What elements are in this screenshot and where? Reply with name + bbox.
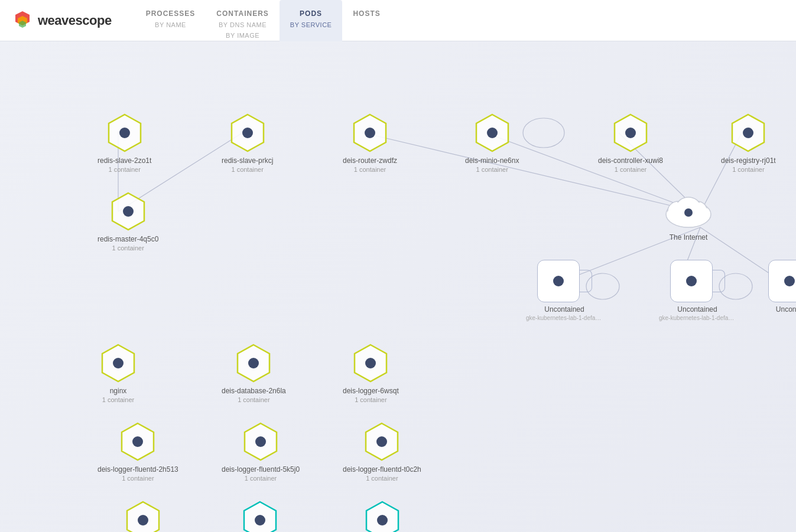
node-redis-master-4q5c0[interactable]: redis-master-4q5c0 1 container [98, 191, 158, 252]
uncontained-box-3 [768, 260, 796, 302]
svg-point-50 [376, 436, 387, 447]
node-uncontained-1[interactable]: Uncontained gke-kubernetes-lab-1-default… [526, 260, 603, 321]
header: weavescope PROCESSES BY NAME CONTAINERS … [0, 0, 796, 41]
node-sub-deis-logger-fluentd-5k5j0: 1 container [245, 475, 277, 482]
node-sub-redis-slave-2zo1t: 1 container [108, 166, 140, 173]
node-deis-registry-rj01[interactable]: deis-registry-rj01t 1 container [721, 112, 776, 173]
nav-pods[interactable]: PODS BY SERVICE [280, 0, 343, 41]
node-label-uncontained-3: Uncontained [776, 305, 796, 315]
hex-icon-redis-slave-prkcj [227, 112, 268, 154]
node-sub-uncontained-1: gke-kubernetes-lab-1-default-... [526, 315, 603, 321]
hex-icon-deis-logger-fluentd-t0c2h [361, 421, 402, 462]
node-sub-redis-slave-prkcj: 1 container [231, 166, 263, 173]
node-label-redis-slave-2zo1t: redis-slave-2zo1t [98, 156, 151, 166]
nav-containers[interactable]: CONTAINERS BY DNS NAME BY IMAGE [206, 0, 279, 41]
svg-point-38 [684, 208, 693, 217]
node-uncontained-2[interactable]: Uncontained gke-kubernetes-lab-1-default… [659, 260, 736, 321]
hex-icon-dockerbuild-guestbook-446 [122, 500, 164, 532]
svg-point-42 [248, 358, 259, 368]
node-deis-controller-xuwi8[interactable]: deis-controller-xuwi8 1 container [598, 112, 663, 173]
hex-icon-deis-minio-ne6nx [472, 112, 513, 154]
uncontained-box-1 [537, 260, 580, 302]
node-label-redis-master-4q5c0: redis-master-4q5c0 [98, 234, 158, 244]
hex-icon-redis-master-4q5c0 [108, 191, 149, 232]
node-label-deis-logger-fluentd-5k5j0: deis-logger-fluentd-5k5j0 [222, 465, 300, 475]
node-label-deis-registry-rj01: deis-registry-rj01t [721, 156, 776, 166]
node-sub-deis-minio-ne6nx: 1 container [476, 166, 508, 173]
node-the-internet[interactable]: The Internet [662, 192, 715, 243]
node-sub-redis-master-4q5c0: 1 container [112, 244, 144, 252]
node-label-redis-slave-prkcj: redis-slave-prkcj [222, 156, 273, 166]
node-uncontained-3[interactable]: Uncontained [768, 260, 796, 315]
svg-point-54 [255, 515, 265, 526]
uncontained-tail-1 [579, 270, 592, 292]
node-deis-router-zwdfz[interactable]: deis-router-zwdfz 1 container [343, 112, 397, 173]
node-nginx[interactable]: nginx 1 container [98, 342, 139, 403]
node-dockerbuild-guestbook-446[interactable]: dockerbuild-guestbook-446... 1 container [98, 500, 189, 532]
hex-icon-deis-logger-fluentd-5k5j0 [240, 421, 281, 462]
node-label-uncontained-1: Uncontained [544, 305, 584, 315]
node-label-deis-logger-fluentd-2h513: deis-logger-fluentd-2h513 [98, 465, 178, 475]
node-label-uncontained-2: Uncontained [677, 305, 717, 315]
node-label-deis-database-2n6la: deis-database-2n6la [222, 386, 286, 396]
hex-icon-deis-logger-fluentd-2h513 [117, 421, 158, 462]
node-guestbook2-v3-cmd-ovjfh[interactable]: guestbook2-v3-cmd-ovjfh 1 container [343, 500, 423, 532]
nav-processes[interactable]: PROCESSES BY NAME [135, 0, 206, 41]
hex-icon-guestbook-v3-cmd-ydlvg [239, 500, 281, 532]
inner-dot-3 [784, 276, 795, 286]
node-label-nginx: nginx [110, 386, 127, 396]
uncontained-box-2 [670, 260, 713, 302]
node-label-deis-controller-xuwi8: deis-controller-xuwi8 [598, 156, 663, 166]
hex-icon-nginx [98, 342, 139, 384]
node-sub-deis-router-zwdfz: 1 container [354, 166, 386, 173]
node-deis-logger-fluentd-5k5j0[interactable]: deis-logger-fluentd-5k5j0 1 container [222, 421, 300, 482]
svg-point-5 [523, 118, 564, 148]
node-label-deis-logger-6wsqt: deis-logger-6wsqt [343, 386, 399, 396]
node-sub-deis-logger-fluentd-2h513: 1 container [122, 475, 154, 482]
svg-point-40 [113, 358, 124, 368]
svg-point-23 [487, 128, 498, 138]
hex-icon-deis-controller-xuwi8 [610, 112, 651, 154]
node-redis-slave-prkcj[interactable]: redis-slave-prkcj 1 container [222, 112, 273, 173]
hex-icon-redis-slave-2zo1t [104, 112, 145, 154]
svg-point-25 [625, 128, 636, 138]
svg-point-52 [138, 515, 148, 526]
cloud-icon [662, 192, 715, 230]
hex-icon-deis-logger-6wsqt [350, 342, 391, 384]
uncontained-tail-2 [712, 270, 725, 292]
svg-point-56 [377, 515, 388, 526]
node-deis-database-2n6la[interactable]: deis-database-2n6la 1 container [222, 342, 286, 403]
svg-point-27 [743, 128, 753, 138]
hex-icon-deis-database-2n6la [233, 342, 274, 384]
svg-point-19 [242, 128, 253, 138]
hex-icon-deis-router-zwdfz [349, 112, 391, 154]
hex-icon-guestbook2-v3-cmd-ovjfh [362, 500, 403, 532]
node-label-deis-minio-ne6nx: deis-minio-ne6nx [465, 156, 519, 166]
node-deis-logger-6wsqt[interactable]: deis-logger-6wsqt 1 container [343, 342, 399, 403]
node-label-deis-router-zwdfz: deis-router-zwdfz [343, 156, 397, 166]
inner-dot-2 [686, 276, 697, 286]
logo-text: weavescope [38, 13, 112, 28]
main-nav: PROCESSES BY NAME CONTAINERS BY DNS NAME… [135, 0, 391, 41]
node-sub-deis-database-2n6la: 1 container [238, 396, 269, 403]
hex-icon-deis-registry-rj01 [727, 112, 769, 154]
node-sub-deis-logger-6wsqt: 1 container [355, 396, 386, 403]
svg-point-29 [123, 206, 134, 217]
graph-canvas: redis-slave-2zo1t 1 container redis-slav… [0, 41, 796, 532]
nav-hosts[interactable]: HOSTS [342, 0, 391, 41]
node-redis-slave-2zo1t[interactable]: redis-slave-2zo1t 1 container [98, 112, 151, 173]
node-sub-deis-registry-rj01: 1 container [732, 166, 764, 173]
svg-point-44 [365, 358, 376, 368]
node-deis-logger-fluentd-t0c2h[interactable]: deis-logger-fluentd-t0c2h 1 container [343, 421, 421, 482]
svg-point-48 [255, 436, 266, 447]
svg-point-21 [365, 128, 375, 138]
svg-point-46 [132, 436, 143, 447]
node-guestbook-v3-cmd-ydlvg[interactable]: guestbook-v3-cmd-ydlvg 1 container [222, 500, 299, 532]
node-deis-minio-ne6nx[interactable]: deis-minio-ne6nx 1 container [465, 112, 519, 173]
logo[interactable]: weavescope [12, 0, 112, 41]
node-deis-logger-fluentd-2h513[interactable]: deis-logger-fluentd-2h513 1 container [98, 421, 178, 482]
node-sub-nginx: 1 container [102, 396, 134, 403]
inner-dot-1 [553, 276, 564, 286]
svg-point-17 [119, 128, 130, 138]
node-label-the-internet: The Internet [670, 233, 708, 243]
